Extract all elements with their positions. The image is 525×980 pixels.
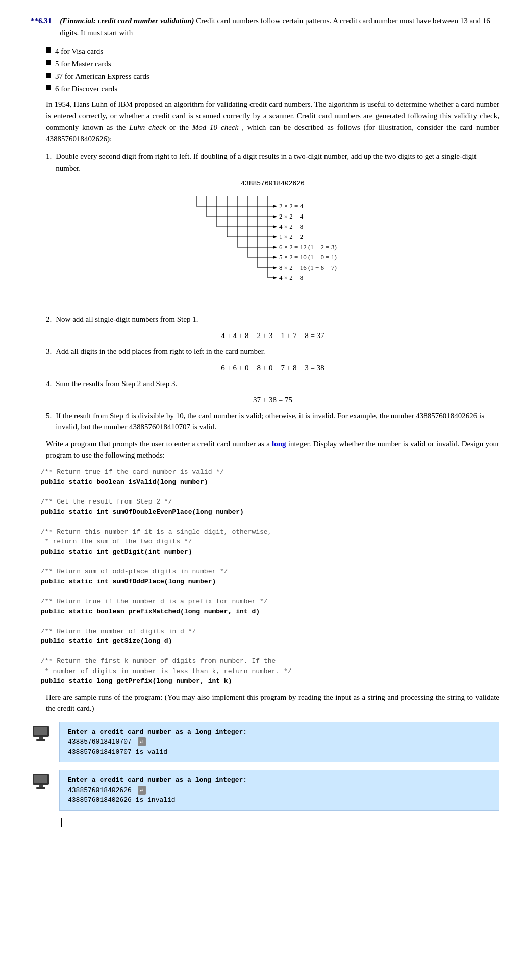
step5: 5. If the result from Step 4 is divisibl…: [46, 410, 499, 433]
method5-sig: public static boolean prefixMatched(long…: [41, 607, 499, 617]
computer-icon-2: [31, 772, 51, 792]
svg-text:6 × 2 = 12 (1 + 2 = 3): 6 × 2 = 12 (1 + 2 = 3): [279, 243, 337, 251]
svg-text:4 × 2 = 8: 4 × 2 = 8: [279, 274, 303, 281]
method4-sig: public static int sumOfOddPlace(long num…: [41, 577, 499, 587]
bullet-icon: [46, 60, 51, 65]
problem-title: (Financial: credit card number validatio…: [60, 17, 194, 25]
step4-text: Sum the results from Step 2 and Step 3.: [56, 378, 177, 390]
method6-comment: /** Return the number of digits in d */: [41, 627, 499, 637]
svg-text:2 × 2 = 4: 2 × 2 = 4: [279, 202, 304, 210]
method5-comment: /** Return true if the number d is a pre…: [41, 596, 499, 607]
svg-text:1 × 2 = 2: 1 × 2 = 2: [279, 233, 303, 241]
monitor-stand-2: [39, 785, 43, 787]
step3-text: Add all digits in the odd places from ri…: [56, 346, 265, 357]
step1-num: 1.: [46, 151, 52, 174]
monitor-display: [34, 727, 47, 735]
computer-icon: [31, 724, 51, 744]
bullet-text: 37 for American Express cards: [55, 70, 149, 82]
svg-text:4 × 2 = 8: 4 × 2 = 8: [279, 223, 303, 230]
method2-sig: public static int sumOfDoubleEvenPlace(l…: [41, 507, 499, 517]
luhn-check: Luhn check: [129, 123, 166, 131]
method3-comment: /** Return this number if it is a single…: [41, 527, 499, 537]
bullet-list: 4 for Visa cards 5 for Master cards 37 f…: [46, 45, 499, 94]
long-keyword: long: [272, 440, 286, 448]
svg-marker-19: [273, 235, 277, 238]
terminal2-line3: 4388576018402626 is invalid: [68, 795, 491, 805]
method3-sig: public static int getDigit(int number): [41, 547, 499, 557]
bullet-text: 6 for Discover cards: [55, 83, 117, 95]
terminal1-line3: 4388576018410707 is valid: [68, 747, 491, 757]
svg-text:8 × 2 = 16 (1 + 6 = 7): 8 × 2 = 16 (1 + 6 = 7): [279, 264, 337, 271]
method3-comment2: * return the sum of the two digits */: [41, 537, 499, 547]
svg-marker-20: [273, 246, 277, 249]
monitor-base: [36, 739, 45, 741]
mod10-check: Mod 10 check: [192, 123, 238, 131]
svg-marker-22: [273, 266, 277, 269]
enter-key-icon-2: ↵: [138, 786, 146, 795]
step2: 2. Now add all single-digit numbers from…: [46, 314, 499, 325]
monitor-stand: [39, 737, 43, 739]
problem-number: **6.31: [31, 15, 52, 38]
problem-container: **6.31 (Financial: credit card number va…: [31, 15, 499, 827]
cursor-indicator: [61, 818, 499, 827]
step3-num: 3.: [46, 346, 52, 357]
monitor-svg-2: [31, 772, 51, 792]
terminal1-label: Enter a credit card number as a long int…: [68, 728, 247, 736]
diagram: 4388576018402626: [46, 179, 499, 303]
step5-num: 5.: [46, 410, 52, 433]
step4-num: 4.: [46, 378, 52, 390]
monitor-base-2: [36, 787, 45, 789]
terminal1-container: Enter a credit card number as a long int…: [31, 722, 499, 763]
diagram-number: 4388576018402626: [241, 179, 305, 189]
svg-text:2 × 2 = 4: 2 × 2 = 4: [279, 212, 304, 220]
terminal1-line1: Enter a credit card number as a long int…: [68, 727, 491, 737]
write-program-para: Write a program that prompts the user to…: [46, 438, 499, 461]
list-item: 37 for American Express cards: [46, 70, 499, 82]
bullet-icon: [46, 47, 51, 53]
problem-header: **6.31 (Financial: credit card number va…: [31, 15, 499, 38]
list-item: 4 for Visa cards: [46, 45, 499, 57]
diagram-svg: 2 × 2 = 4 2 × 2 = 4 4 × 2 = 8 1 × 2 = 2 …: [166, 191, 380, 303]
terminal2-input: 4388576018402626: [68, 786, 132, 794]
method7-comment2: * number of digits in number is less tha…: [41, 666, 499, 677]
terminal2-container: Enter a credit card number as a long int…: [31, 770, 499, 811]
terminal1-line2: 4388576018410707 ↵: [68, 737, 491, 747]
svg-marker-16: [273, 205, 277, 208]
step4: 4. Sum the results from Step 2 and Step …: [46, 378, 499, 390]
list-item: 6 for Discover cards: [46, 83, 499, 95]
problem-intro: (Financial: credit card number validatio…: [60, 15, 499, 38]
method1: /** Return true if the card number is va…: [41, 467, 499, 487]
list-item: 5 for Master cards: [46, 58, 499, 70]
step5-text: If the result from Step 4 is divisible b…: [56, 410, 499, 433]
terminal2-line2: 4388576018402626 ↵: [68, 785, 491, 796]
method2: /** Get the result from Step 2 */ public…: [41, 497, 499, 517]
math-step3: 6 + 6 + 0 + 8 + 0 + 7 + 8 + 3 = 38: [46, 362, 499, 374]
terminal2-label: Enter a credit card number as a long int…: [68, 776, 247, 784]
step2-text: Now add all single-digit numbers from St…: [56, 314, 198, 325]
bullet-text: 4 for Visa cards: [55, 45, 103, 57]
svg-marker-18: [273, 225, 277, 228]
bullet-icon: [46, 85, 51, 90]
method7-sig: public static long getPrefix(long number…: [41, 676, 499, 686]
write-program-text: Write a program that prompts the user to…: [46, 440, 270, 448]
or-text: or the: [169, 123, 189, 131]
svg-text:5 × 2 = 10 (1 + 0 = 1): 5 × 2 = 10 (1 + 0 = 1): [279, 253, 337, 261]
svg-marker-23: [273, 276, 277, 279]
svg-marker-17: [273, 215, 277, 218]
terminal2-box: Enter a credit card number as a long int…: [59, 770, 499, 811]
paragraph1: In 1954, Hans Luhn of IBM proposed an al…: [46, 99, 499, 145]
monitor-svg: [31, 724, 51, 744]
method5: /** Return true if the number d is a pre…: [41, 596, 499, 616]
step1: 1. Double every second digit from right …: [46, 151, 499, 174]
method1-comment: /** Return true if the card number is va…: [41, 467, 499, 477]
method7-comment: /** Return the first k number of digits …: [41, 656, 499, 666]
terminal1-input: 4388576018410707: [68, 738, 132, 746]
terminal2-line1: Enter a credit card number as a long int…: [68, 775, 491, 785]
terminal1-box: Enter a credit card number as a long int…: [59, 722, 499, 763]
sample-para: Here are sample runs of the program: (Yo…: [46, 691, 499, 714]
bullet-text: 5 for Master cards: [55, 58, 111, 70]
method6-sig: public static int getSize(long d): [41, 636, 499, 647]
method1-sig: public static boolean isValid(long numbe…: [41, 477, 499, 487]
math-step2: 4 + 4 + 8 + 2 + 3 + 1 + 7 + 8 = 37: [46, 330, 499, 342]
method7: /** Return the first k number of digits …: [41, 656, 499, 686]
